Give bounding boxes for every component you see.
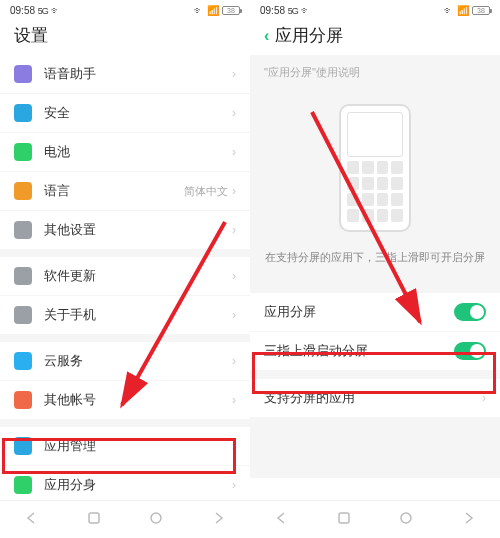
page-title: 设置 bbox=[0, 18, 250, 55]
row-label: 应用管理 bbox=[44, 437, 232, 455]
chevron-right-icon: › bbox=[232, 439, 236, 453]
nav-menu-icon[interactable] bbox=[460, 509, 478, 527]
nav-recent-icon[interactable] bbox=[397, 509, 415, 527]
toggle-three-finger[interactable]: 三指上滑启动分屏 bbox=[250, 332, 500, 371]
row-label: 安全 bbox=[44, 104, 232, 122]
chevron-right-icon: › bbox=[232, 67, 236, 81]
chevron-right-icon: › bbox=[232, 106, 236, 120]
row-icon bbox=[14, 65, 32, 83]
row-label: 应用分身 bbox=[44, 476, 232, 494]
settings-row-a-2[interactable]: 电池› bbox=[0, 133, 250, 172]
settings-row-a-0[interactable]: 语音助手› bbox=[0, 55, 250, 94]
row-label: 云服务 bbox=[44, 352, 232, 370]
row-label: 语言 bbox=[44, 182, 184, 200]
system-nav bbox=[0, 500, 250, 534]
battery-icon: 38 bbox=[222, 6, 240, 15]
chevron-right-icon: › bbox=[232, 354, 236, 368]
settings-row-a-1[interactable]: 安全› bbox=[0, 94, 250, 133]
nav-recent-icon[interactable] bbox=[147, 509, 165, 527]
chevron-right-icon: › bbox=[232, 223, 236, 237]
illustration: 在支持分屏的应用下，三指上滑即可开启分屏 bbox=[250, 90, 500, 285]
row-label: 语音助手 bbox=[44, 65, 232, 83]
usage-hint[interactable]: "应用分屏"使用说明 bbox=[250, 55, 500, 90]
split-screen-settings: 09:58 5G ᯤ ᯤ 📶 38 ‹ 应用分屏 "应用分屏"使用说明 bbox=[250, 0, 500, 500]
page-title: 应用分屏 bbox=[275, 24, 343, 47]
settings-screen: 09:58 5G ᯤ ᯤ 📶 38 设置 语音助手›安全›电池›语言简体中文›其… bbox=[0, 0, 250, 500]
row-label: 软件更新 bbox=[44, 267, 232, 285]
row-icon bbox=[14, 143, 32, 161]
row-icon bbox=[14, 267, 32, 285]
row-icon bbox=[14, 476, 32, 494]
chevron-right-icon: › bbox=[232, 393, 236, 407]
row-label: 其他帐号 bbox=[44, 391, 232, 409]
toggle-app-split[interactable]: 应用分屏 bbox=[250, 293, 500, 332]
wifi-icon: ᯤ bbox=[194, 5, 204, 16]
settings-row-b-0[interactable]: 软件更新› bbox=[0, 257, 250, 296]
row-label: 电池 bbox=[44, 143, 232, 161]
settings-row-a-4[interactable]: 其他设置› bbox=[0, 211, 250, 249]
wifi-icon: ᯤ bbox=[444, 5, 454, 16]
svg-point-3 bbox=[151, 513, 161, 523]
row-label: 其他设置 bbox=[44, 221, 232, 239]
chevron-right-icon: › bbox=[232, 145, 236, 159]
nav-back-icon[interactable] bbox=[272, 509, 290, 527]
row-icon bbox=[14, 352, 32, 370]
row-icon bbox=[14, 182, 32, 200]
row-icon bbox=[14, 437, 32, 455]
page-header[interactable]: ‹ 应用分屏 bbox=[250, 18, 500, 55]
row-icon bbox=[14, 391, 32, 409]
battery-icon: 38 bbox=[472, 6, 490, 15]
chevron-right-icon: › bbox=[232, 184, 236, 198]
svg-rect-4 bbox=[339, 513, 349, 523]
nav-back-icon[interactable] bbox=[22, 509, 40, 527]
supported-apps[interactable]: 支持分屏的应用 › bbox=[250, 379, 500, 418]
settings-row-c-1[interactable]: 其他帐号› bbox=[0, 381, 250, 419]
status-bar: 09:58 5G ᯤ ᯤ 📶 38 bbox=[250, 0, 500, 18]
svg-rect-2 bbox=[89, 513, 99, 523]
signal-icon: 📶 bbox=[207, 5, 219, 16]
nav-home-icon[interactable] bbox=[85, 509, 103, 527]
row-icon bbox=[14, 306, 32, 324]
chevron-right-icon: › bbox=[232, 308, 236, 322]
status-bar: 09:58 5G ᯤ ᯤ 📶 38 bbox=[0, 0, 250, 18]
settings-row-d-0[interactable]: 应用管理› bbox=[0, 427, 250, 466]
switch-icon[interactable] bbox=[454, 303, 486, 321]
settings-row-b-1[interactable]: 关于手机› bbox=[0, 296, 250, 334]
svg-point-5 bbox=[401, 513, 411, 523]
system-nav bbox=[250, 500, 500, 534]
signal-icon: 📶 bbox=[457, 5, 469, 16]
nav-home-icon[interactable] bbox=[335, 509, 353, 527]
back-icon[interactable]: ‹ bbox=[264, 27, 269, 45]
chevron-right-icon: › bbox=[232, 269, 236, 283]
nav-menu-icon[interactable] bbox=[210, 509, 228, 527]
switch-icon[interactable] bbox=[454, 342, 486, 360]
row-icon bbox=[14, 221, 32, 239]
chevron-right-icon: › bbox=[482, 391, 486, 405]
settings-row-d-1[interactable]: 应用分身› bbox=[0, 466, 250, 500]
settings-row-c-0[interactable]: 云服务› bbox=[0, 342, 250, 381]
row-value: 简体中文 bbox=[184, 184, 228, 199]
chevron-right-icon: › bbox=[232, 478, 236, 492]
settings-row-a-3[interactable]: 语言简体中文› bbox=[0, 172, 250, 211]
row-label: 关于手机 bbox=[44, 306, 232, 324]
row-icon bbox=[14, 104, 32, 122]
